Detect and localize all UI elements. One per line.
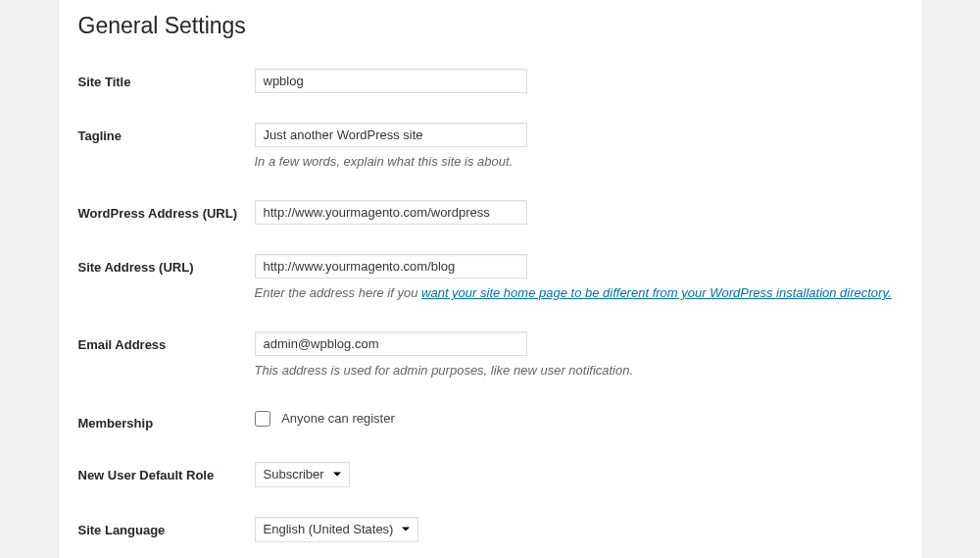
- settings-form-table: Site Title Tagline In a few words, expla…: [78, 59, 903, 558]
- page-title: General Settings: [78, 10, 903, 39]
- site-address-label: Site Address (URL): [78, 244, 255, 322]
- membership-label: Membership: [78, 400, 255, 452]
- site-address-desc-link[interactable]: want your site home page to be different…: [421, 285, 892, 300]
- wp-address-input[interactable]: [255, 200, 527, 225]
- email-label: Email Address: [78, 322, 255, 399]
- wp-address-label: WordPress Address (URL): [78, 190, 255, 244]
- tagline-description: In a few words, explain what this site i…: [255, 153, 893, 171]
- site-address-desc-prefix: Enter the address here if you: [255, 285, 422, 300]
- site-title-input[interactable]: [255, 69, 527, 93]
- tagline-label: Tagline: [78, 113, 255, 190]
- site-title-label: Site Title: [78, 59, 255, 113]
- email-input[interactable]: [255, 331, 527, 356]
- email-description: This address is used for admin purposes,…: [255, 362, 893, 380]
- membership-checkbox[interactable]: [255, 411, 270, 427]
- tagline-input[interactable]: [255, 123, 527, 147]
- default-role-label: New User Default Role: [78, 452, 255, 507]
- default-role-select[interactable]: Subscriber: [255, 462, 350, 487]
- site-address-description: Enter the address here if you want your …: [255, 284, 893, 302]
- site-language-select[interactable]: English (United States): [255, 517, 418, 542]
- membership-checkbox-label: Anyone can register: [281, 411, 395, 426]
- site-address-input[interactable]: [255, 254, 527, 279]
- site-language-label: Site Language: [78, 507, 255, 558]
